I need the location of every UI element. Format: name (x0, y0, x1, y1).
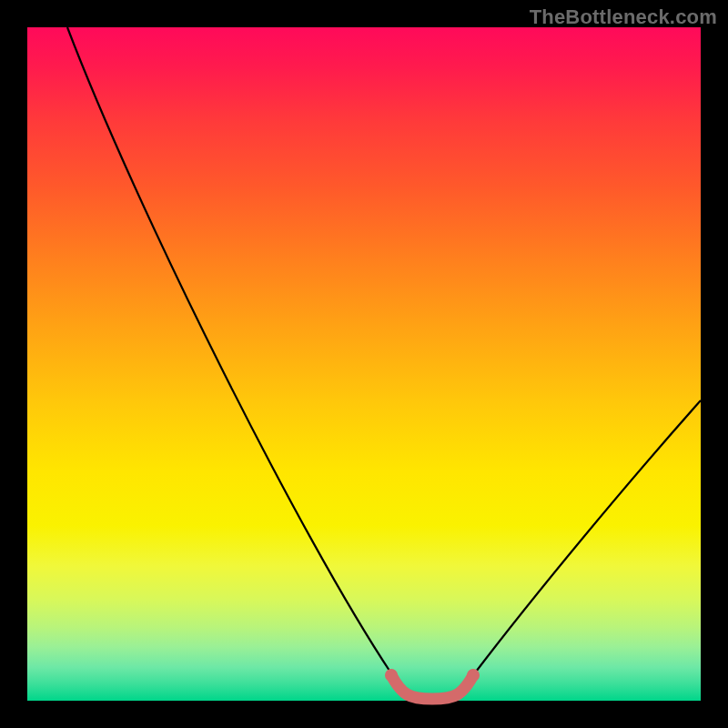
curve-layer (27, 27, 701, 701)
highlight-end-dot-left (385, 669, 398, 682)
bottleneck-curve (67, 27, 701, 699)
plot-area (27, 27, 701, 701)
watermark-text: TheBottleneck.com (530, 5, 717, 29)
flat-minimum-highlight (391, 675, 473, 699)
highlight-end-dot-right (467, 669, 480, 682)
chart-frame: TheBottleneck.com (0, 0, 728, 728)
